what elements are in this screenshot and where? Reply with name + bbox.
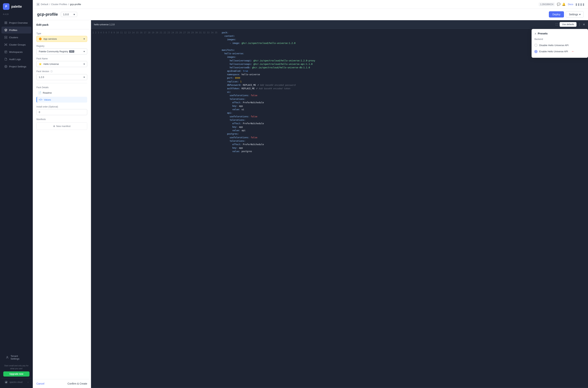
type-value: App services (43, 38, 57, 40)
spectro-icon (4, 380, 8, 384)
settings-button[interactable]: Settings ▾ (566, 11, 584, 18)
sidebar-item-label: Profiles (9, 29, 17, 31)
breadcrumb: ⊞ Default / Cluster Profiles / gcp-profi… (36, 3, 81, 6)
plus-circle-icon: ⊕ (53, 125, 55, 127)
more-options-icon[interactable]: ⋮ (578, 23, 581, 26)
presets-header: ∧ Presets (535, 32, 585, 35)
install-order-input[interactable] (36, 109, 87, 115)
svg-rect-2 (5, 23, 6, 24)
upgrade-text: Start small and only pay for what you us… (3, 364, 29, 370)
values-item[interactable]: </> Values (36, 97, 87, 102)
svg-point-19 (5, 66, 6, 67)
info-icon: ⓘ (50, 70, 53, 73)
expand-icon[interactable]: ⛶ (556, 23, 558, 26)
settings-label: Settings (569, 13, 578, 16)
deploy-button[interactable]: Deploy (549, 11, 564, 18)
registry-section: Registry Palette Community Registry OCI … (33, 45, 91, 57)
sidebar-item-label: Workspaces (9, 51, 23, 53)
registry-badge: OCI (69, 50, 74, 53)
environment-label: Default (41, 3, 48, 6)
topbar-right: 1.29/100KCH 💬 🔔 Docs ▮▮▮▮ (539, 2, 584, 6)
type-select[interactable]: 🟠 App services ▾ (36, 36, 87, 42)
file-icon (4, 58, 7, 61)
registry-value: Palette Community Registry (39, 50, 68, 53)
sidebar-item-label: Project Overview (9, 22, 28, 24)
cluster-profiles-link[interactable]: Cluster Profiles (51, 3, 67, 6)
registry-select[interactable]: Palette Community Registry OCI ▾ (36, 48, 87, 54)
close-editor-button[interactable]: ✕ (583, 23, 585, 26)
sidebar-bottom: Tenant Settings Start small and only pay… (0, 350, 33, 388)
cancel-button[interactable]: Cancel (36, 382, 45, 385)
left-panel-footer: Cancel Confirm & Create (33, 379, 91, 388)
pack-name-select[interactable]: ⭐ Hello Universe ▾ (36, 61, 87, 67)
use-defaults-button[interactable]: Use defaults (560, 22, 577, 27)
chevron-down-icon: ▾ (84, 76, 85, 78)
sidebar-item-cluster-groups[interactable]: Cluster Groups (1, 41, 31, 48)
pack-details-section: Pack Details 📄 Readme </> Values (33, 83, 91, 105)
sidebar-item-tenant-settings[interactable]: Tenant Settings (3, 353, 30, 362)
spectro-logo-area: spectro cloud ‹ (1, 378, 31, 386)
svg-line-14 (5, 44, 6, 45)
preset-option-disable[interactable]: Disable Hello Universe API (535, 42, 585, 48)
collapse-icon[interactable]: ‹ (28, 381, 28, 384)
svg-point-11 (7, 44, 7, 44)
sidebar-item-clusters[interactable]: Clusters (1, 34, 31, 41)
pack-name-icon: ⭐ (39, 63, 42, 65)
pack-name-section: Pack Name ⭐ Hello Universe ▾ (33, 57, 91, 70)
svg-line-17 (6, 45, 7, 45)
sidebar-item-label: Audit Logs (9, 58, 21, 61)
presets-chevron-icon[interactable]: ∧ (535, 32, 536, 35)
sidebar-item-audit-logs[interactable]: Audit Logs (1, 56, 31, 63)
new-manifest-button[interactable]: ⊕ New manifest (36, 122, 87, 130)
toolbar-dots: ▮▮▮▮ (575, 2, 584, 6)
readme-item[interactable]: 📄 Readme (36, 90, 87, 96)
sidebar-item-label: Project Settings (9, 65, 26, 68)
svg-point-20 (7, 356, 8, 357)
pack-details-list: 📄 Readme </> Values (36, 90, 87, 102)
docs-link[interactable]: Docs (568, 3, 573, 6)
svg-marker-4 (4, 29, 7, 30)
upgrade-box: Start small and only pay for what you us… (1, 363, 31, 378)
sidebar-item-profiles[interactable]: Profiles (1, 26, 31, 33)
svg-line-15 (6, 44, 7, 45)
svg-line-16 (5, 45, 6, 45)
chat-icon[interactable]: 💬 (557, 2, 561, 6)
workspace-icon (4, 50, 7, 53)
layers-icon (4, 29, 7, 31)
preset-option-enable[interactable]: Enable Hello Universe API ← (535, 48, 585, 55)
server-icon (4, 36, 7, 39)
svg-rect-0 (5, 22, 6, 23)
presets-section-label: Backend (535, 38, 585, 40)
bell-icon[interactable]: 🔔 (562, 2, 565, 6)
svg-point-12 (4, 45, 5, 46)
current-profile: gcp-profile (70, 3, 81, 6)
code-content[interactable]: pack: content: images: - image: ghcr.io/… (219, 29, 588, 388)
tenant-icon (6, 356, 9, 359)
radio-disable[interactable] (535, 44, 537, 47)
manifests-label: Manifests (36, 118, 87, 121)
settings-icon (4, 65, 7, 68)
svg-rect-3 (6, 23, 7, 24)
sidebar-item-project-overview[interactable]: Project Overview (1, 19, 31, 26)
manifests-section: Manifests ⊕ New manifest (33, 118, 91, 133)
tenant-settings-label: Tenant Settings (11, 355, 27, 360)
pack-version-value: 1.2.0 (39, 76, 44, 78)
values-label: Values (44, 98, 51, 101)
version-dropdown[interactable]: 1.0.0 ▾ (61, 12, 77, 17)
sidebar-item-workspaces[interactable]: Workspaces (1, 48, 31, 55)
pack-version-section: Pack Version ⓘ 1.2.0 ▾ (33, 70, 91, 83)
version-label: 4.4.19 (0, 13, 33, 18)
registry-label: Registry (36, 45, 87, 47)
values-icon: </> (39, 98, 43, 101)
page-header: gcp-profile 1.0.0 ▾ Deploy Settings ▾ (33, 9, 588, 20)
pack-version-select[interactable]: 1.2.0 ▾ (36, 74, 87, 80)
upgrade-button[interactable]: Upgrade now (3, 371, 29, 377)
svg-rect-1 (6, 22, 7, 23)
readme-label: Readme (43, 92, 52, 94)
line-numbers: 1 2 3 4 5 6 7 8 9 10 11 12 13 14 15 16 1… (91, 29, 219, 388)
radio-enable[interactable] (535, 50, 537, 53)
sidebar-item-project-settings[interactable]: Project Settings (1, 63, 31, 70)
confirm-create-button[interactable]: Confirm & Create (68, 382, 87, 385)
sidebar-nav: Project Overview Profiles Clusters Clust… (0, 18, 33, 350)
pack-name-value: Hello Universe (44, 63, 59, 65)
